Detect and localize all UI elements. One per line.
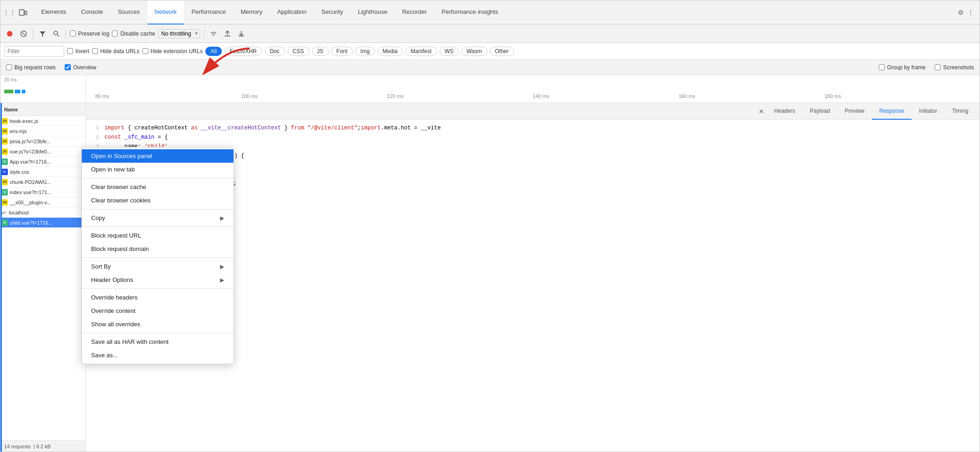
menu-item-sort-by[interactable]: Sort By ▶	[82, 260, 233, 273]
menu-item-clear-cookies[interactable]: Clear browser cookies	[82, 194, 233, 207]
filter-input[interactable]	[4, 46, 64, 57]
filter-chip-media[interactable]: Media	[378, 47, 403, 56]
menu-separator-3	[82, 226, 233, 227]
request-item[interactable]: JS chunk-PD2AWG...	[0, 177, 86, 187]
filter-chip-other[interactable]: Other	[490, 47, 514, 56]
tab-recorder[interactable]: Recorder	[395, 0, 434, 24]
menu-item-copy[interactable]: Copy ▶	[82, 211, 233, 225]
clear-button[interactable]	[18, 28, 29, 39]
overview-checkbox[interactable]: Overview	[65, 64, 96, 71]
request-icon-css: C	[1, 169, 8, 175]
menu-item-header-options[interactable]: Header Options ▶	[82, 273, 233, 287]
filter-chip-ws[interactable]: WS	[440, 47, 459, 56]
device-toggle-icon[interactable]	[18, 7, 28, 18]
request-name: localhost	[9, 210, 84, 215]
tab-console[interactable]: Console	[74, 0, 110, 24]
record-button[interactable]	[4, 28, 15, 39]
tab-performance[interactable]: Performance	[184, 0, 233, 24]
timeline-bars	[0, 82, 86, 97]
menu-item-override-content[interactable]: Override content	[82, 304, 233, 318]
big-request-rows-checkbox[interactable]: Big request rows	[6, 64, 55, 71]
more-tabs-icon[interactable]: ⋮	[966, 7, 976, 18]
tab-timing[interactable]: Timing	[944, 103, 976, 120]
request-item[interactable]: JS hook-exec.js	[0, 116, 86, 126]
menu-item-save-har[interactable]: Save all as HAR with content	[82, 335, 233, 348]
tab-lighthouse[interactable]: Lighthouse	[350, 0, 395, 24]
tab-application[interactable]: Application	[270, 0, 314, 24]
preserve-log-input[interactable]	[70, 31, 76, 37]
hide-extension-urls-checkbox[interactable]: Hide extension URLs	[142, 48, 203, 55]
hide-data-urls-input[interactable]	[92, 48, 98, 54]
filter-chip-doc[interactable]: Doc	[265, 47, 285, 56]
tab-initiator[interactable]: Initiator	[912, 103, 944, 120]
filter-chip-manifest[interactable]: Manifest	[405, 47, 436, 56]
invert-checkbox[interactable]: Invert	[67, 48, 89, 55]
tab-memory[interactable]: Memory	[233, 0, 270, 24]
code-content: });	[104, 225, 980, 234]
filter-chip-wasm[interactable]: Wasm	[461, 47, 487, 56]
menu-item-block-url[interactable]: Block request URL	[82, 229, 233, 242]
hide-data-urls-checkbox[interactable]: Hide data URLs	[92, 48, 140, 55]
throttle-select[interactable]: No throttling	[158, 29, 200, 38]
devtools-menu-icon[interactable]: ⋮⋮	[4, 7, 14, 18]
tab-headers[interactable]: Headers	[767, 103, 802, 120]
request-name: __x00__plugin-v...	[10, 200, 84, 205]
tab-payload[interactable]: Payload	[802, 103, 837, 120]
download-icon[interactable]	[236, 28, 247, 39]
tab-security[interactable]: Security	[314, 0, 350, 24]
request-item-child[interactable]: V child.vue?t=1716...	[0, 218, 86, 228]
filter-button[interactable]	[37, 28, 48, 39]
filter-chip-font[interactable]: Font	[331, 47, 353, 56]
group-by-frame-input[interactable]	[879, 64, 885, 70]
screenshots-input[interactable]	[935, 64, 941, 70]
request-item[interactable]: V index.vue?t=171...	[0, 187, 86, 197]
preserve-log-checkbox[interactable]: Preserve log	[70, 31, 109, 37]
menu-item-open-sources[interactable]: Open in Sources panel	[82, 149, 233, 163]
filter-chip-js[interactable]: JS	[312, 47, 329, 56]
tab-response[interactable]: Response	[872, 103, 912, 120]
throttle-wrapper[interactable]: No throttling	[158, 29, 200, 38]
wifi-icon[interactable]	[208, 28, 219, 39]
group-by-frame-checkbox[interactable]: Group by frame	[879, 64, 925, 71]
request-item[interactable]: JS vue.js?v=23bfe0...	[0, 147, 86, 157]
screenshots-checkbox[interactable]: Screenshots	[935, 64, 974, 71]
filter-chip-img[interactable]: Img	[355, 47, 375, 56]
tab-performance-insights[interactable]: Performance insights	[434, 0, 505, 24]
request-item[interactable]: JS env.mjs	[0, 126, 86, 136]
request-item[interactable]: JS __x00__plugin-v...	[0, 197, 86, 208]
filter-chip-css[interactable]: CSS	[288, 47, 309, 56]
disable-cache-checkbox[interactable]: Disable cache	[112, 31, 155, 37]
status-bar: 14 requests | 8.2 kB	[0, 440, 86, 452]
request-icon-js: JS	[1, 118, 8, 124]
hide-extension-urls-input[interactable]	[142, 48, 148, 54]
invert-input[interactable]	[67, 48, 73, 54]
settings-icon[interactable]: ⚙	[956, 7, 966, 18]
search-button[interactable]	[51, 28, 62, 39]
request-list[interactable]: JS hook-exec.js JS env.mjs JS pinia.js?v…	[0, 116, 86, 440]
menu-item-open-new-tab[interactable]: Open in new tab	[82, 163, 233, 176]
menu-item-save-as[interactable]: Save as...	[82, 348, 233, 362]
request-item[interactable]: C style.css	[0, 167, 86, 177]
request-name: env.mjs	[10, 128, 84, 134]
request-item[interactable]: V App.vue?t=1716...	[0, 157, 86, 167]
upload-icon[interactable]	[222, 28, 233, 39]
tab-network[interactable]: Network	[147, 0, 184, 24]
overview-input[interactable]	[65, 64, 71, 70]
filter-chip-fetch-xhr[interactable]: Fetch/XHR	[225, 47, 262, 56]
close-button[interactable]: ✕	[756, 106, 767, 117]
menu-item-override-headers[interactable]: Override headers	[82, 291, 233, 304]
menu-item-show-all-overrides[interactable]: Show all overrides	[82, 318, 233, 331]
tab-sources[interactable]: Sources	[110, 0, 147, 24]
big-request-rows-input[interactable]	[6, 64, 12, 70]
disable-cache-input[interactable]	[112, 31, 118, 37]
tab-preview[interactable]: Preview	[837, 103, 872, 120]
filter-chip-all[interactable]: All	[205, 47, 221, 56]
tab-elements[interactable]: Elements	[34, 0, 74, 24]
menu-item-block-domain[interactable]: Block request domain	[82, 242, 233, 256]
request-name: hook-exec.js	[10, 118, 84, 124]
request-item-localhost[interactable]: ⇌ localhost	[0, 208, 86, 218]
sort-arrow-icon: ▶	[220, 263, 224, 270]
devtools-window: ⋮⋮ Elements Console Sources Network Perf…	[0, 0, 980, 452]
request-item[interactable]: JS pinia.js?v=23bfe...	[0, 136, 86, 147]
menu-item-clear-cache[interactable]: Clear browser cache	[82, 180, 233, 194]
